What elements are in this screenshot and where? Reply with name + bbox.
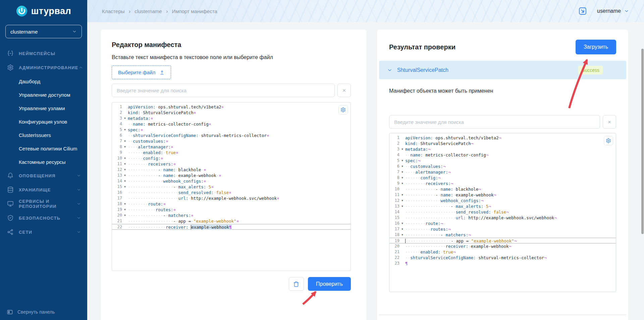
cluster-select[interactable]: clustername (5, 25, 82, 38)
code-line[interactable]: 4··name:·metrics-collector-config¬ (389, 152, 616, 158)
fold-arrow-icon[interactable]: ▾ (399, 181, 405, 186)
code-line[interactable]: 21··················-·app·=·"example-web… (112, 218, 351, 224)
code-line[interactable]: 22···············receiver:·example-webho… (112, 224, 351, 230)
fold-arrow-icon[interactable]: ▾ (399, 226, 405, 232)
sidebar-section-networks[interactable]: СЕТИ (0, 225, 87, 239)
fold-arrow-icon[interactable]: ▾ (122, 138, 128, 144)
code-line[interactable]: 15····················url:·http://exampl… (389, 215, 616, 221)
code-line[interactable]: 1apiVersion:·ops.shturval.tech/v1beta2¬ (389, 135, 616, 141)
code-line[interactable]: 1apiVersion:·ops.shturval.tech/v1beta2¤ (112, 104, 351, 110)
code-line[interactable]: 7▾····alertmanager:¬ (389, 169, 616, 175)
result-search-clear-button[interactable]: × (603, 115, 616, 129)
fold-arrow-icon[interactable]: ▾ (122, 161, 128, 167)
fold-arrow-icon[interactable]: ▾ (122, 213, 128, 218)
fold-arrow-icon[interactable]: ▾ (122, 178, 128, 184)
sidebar-item[interactable]: ClusterIssuers (0, 128, 87, 142)
upload-button[interactable]: Загрузить (576, 40, 616, 54)
viewer-settings-button[interactable] (604, 136, 613, 145)
code-line[interactable]: 11▾········receivers:¤ (112, 161, 351, 167)
code-line[interactable]: 13▾············-·name:·example-webhook·¤ (112, 173, 351, 178)
code-line[interactable]: 20▾··············-·matchers:¤ (112, 213, 351, 218)
code-line[interactable]: 10▾······config:¤ (112, 155, 351, 161)
sidebar-section-storage[interactable]: ХРАНИЛИЩЕ (0, 183, 87, 197)
sidebar-item[interactable]: Дашборд (0, 75, 87, 88)
fold-arrow-icon[interactable]: ▾ (399, 192, 405, 198)
code-line[interactable]: 15▾··················-·max_alerts:·5¤ (112, 184, 351, 190)
code-line[interactable]: 8▾····alertmanager:¤ (112, 144, 351, 150)
code-line[interactable]: 6▾··customvalues:¬ (389, 164, 616, 169)
code-line[interactable]: 5▾spec:¤ (112, 127, 351, 133)
page-scrollbar-thumb[interactable] (641, 49, 644, 234)
editor-search-clear-button[interactable]: × (337, 84, 351, 97)
code-line[interactable]: 6··shturvalServiceConfigName:·shturval-m… (112, 133, 351, 138)
code-line[interactable]: 9▾········receivers:¬ (389, 181, 616, 186)
code-line[interactable]: 16▾········route:¬ (389, 221, 616, 226)
code-line[interactable]: 12▾············-·name:·blackhole·¤ (112, 167, 351, 173)
sidebar-item[interactable]: Управление узлами (0, 101, 87, 115)
breadcrumb-item[interactable]: Кластеры (102, 8, 125, 14)
fold-arrow-icon[interactable]: ▾ (122, 207, 128, 213)
fold-arrow-icon[interactable]: ▾ (399, 221, 405, 226)
code-line[interactable]: 14····················send_resolved:·fal… (389, 209, 616, 215)
code-line[interactable]: 11▾············-·name:·example-webhook¬ (389, 192, 616, 198)
code-line[interactable]: 13▾··················-·max_alerts:·5¬ (389, 203, 616, 209)
code-line[interactable]: 14▾··············webhook_configs:¤ (112, 178, 351, 184)
sidebar-section-namespaces[interactable]: НЕЙМСПЕЙСЫ (0, 46, 87, 60)
fold-arrow-icon[interactable]: ▾ (399, 198, 405, 203)
fold-arrow-icon[interactable]: ▾ (399, 164, 405, 169)
sidebar-section-security[interactable]: БЕЗОПАСНОСТЬ (0, 211, 87, 225)
code-line[interactable]: 9······enabled:·true¤ (112, 150, 351, 155)
fold-arrow-icon[interactable]: ▾ (122, 173, 128, 178)
code-line[interactable]: 17····················url:·http://exampl… (112, 195, 351, 201)
sidebar-item[interactable]: Сетевые политики Cilium (0, 142, 87, 155)
sidebar-item[interactable]: Управление доступом (0, 88, 87, 101)
code-line[interactable]: 19··················-·app·=·"example-web… (389, 238, 616, 243)
breadcrumb-item[interactable]: clustername (135, 8, 162, 14)
code-line[interactable]: 20················receiver:·example-webh… (389, 243, 616, 249)
code-line[interactable]: 19▾···········routes:¤ (112, 207, 351, 213)
code-line[interactable]: 18▾··············-·matchers:¬ (389, 232, 616, 238)
code-line[interactable]: 21······enabled:·true¬ (389, 249, 616, 255)
fold-arrow-icon[interactable]: ▾ (399, 146, 405, 152)
sidebar-section-services[interactable]: СЕРВИСЫ И РЕПОЗИТОРИИ (0, 197, 87, 211)
clear-editor-button[interactable] (289, 277, 304, 291)
code-line[interactable]: 5▾spec:¬ (389, 158, 616, 164)
fold-arrow-icon[interactable]: ▾ (122, 155, 128, 161)
chevron-down-icon[interactable] (387, 67, 392, 73)
fold-arrow-icon[interactable]: ▾ (122, 116, 128, 121)
fold-arrow-icon[interactable]: ▾ (122, 201, 128, 207)
code-line[interactable]: 3▾metadata:¤ (112, 116, 351, 121)
sidebar-section-administration[interactable]: АДМИНИСТРИРОВАНИЕ (0, 60, 87, 75)
code-line[interactable]: 10············-·name:·blackhole¬ (389, 186, 616, 192)
check-button[interactable]: Проверить (308, 277, 351, 291)
window-arrow-button[interactable] (578, 7, 587, 15)
code-line[interactable]: 8▾······config:¬ (389, 175, 616, 181)
code-line[interactable]: 16····················send_resolved:·fal… (112, 190, 351, 195)
fold-arrow-icon[interactable]: ▾ (399, 175, 405, 181)
code-line[interactable]: 2kind:·ShturvalServicePatch¬ (389, 141, 616, 146)
result-search-input[interactable] (389, 115, 600, 129)
code-line[interactable]: 23¶ (389, 261, 616, 266)
code-line[interactable]: 17▾··········routes:¬ (389, 226, 616, 232)
app-logo[interactable]: штурвал (0, 0, 87, 22)
fold-arrow-icon[interactable]: ▾ (399, 203, 405, 209)
code-line[interactable]: 3▾metadata:¬ (389, 146, 616, 152)
result-code-viewer[interactable]: 1apiVersion:·ops.shturval.tech/v1beta2¬2… (389, 133, 616, 292)
fold-arrow-icon[interactable]: ▾ (399, 232, 405, 238)
user-menu[interactable]: username (597, 8, 629, 14)
resource-banner[interactable]: ShturvalServicePatch Success (379, 61, 626, 79)
fold-arrow-icon[interactable]: ▾ (122, 127, 128, 133)
sidebar-item[interactable]: Конфигурация узлов (0, 115, 87, 128)
collapse-panel-button[interactable]: Свернуть панель (0, 304, 87, 320)
code-line[interactable]: 22··shturvalServiceConfigName:·shturval-… (389, 255, 616, 261)
editor-settings-button[interactable] (338, 105, 348, 115)
code-line[interactable]: 12▾··············webhook_configs:¬ (389, 198, 616, 203)
sidebar-section-alerts[interactable]: ОПОВЕЩЕНИЯ (0, 169, 87, 183)
code-line[interactable]: 4··name:·metrics-collector-config¤ (112, 121, 351, 127)
fold-arrow-icon[interactable]: ▾ (122, 167, 128, 173)
code-line[interactable]: 18▾········route:¤ (112, 201, 351, 207)
manifest-code-editor[interactable]: 1apiVersion:·ops.shturval.tech/v1beta2¤2… (112, 102, 351, 271)
fold-arrow-icon[interactable]: ▾ (399, 158, 405, 164)
fold-arrow-icon[interactable]: ▾ (399, 169, 405, 175)
code-line[interactable]: 7▾··customvalues:¤ (112, 138, 351, 144)
